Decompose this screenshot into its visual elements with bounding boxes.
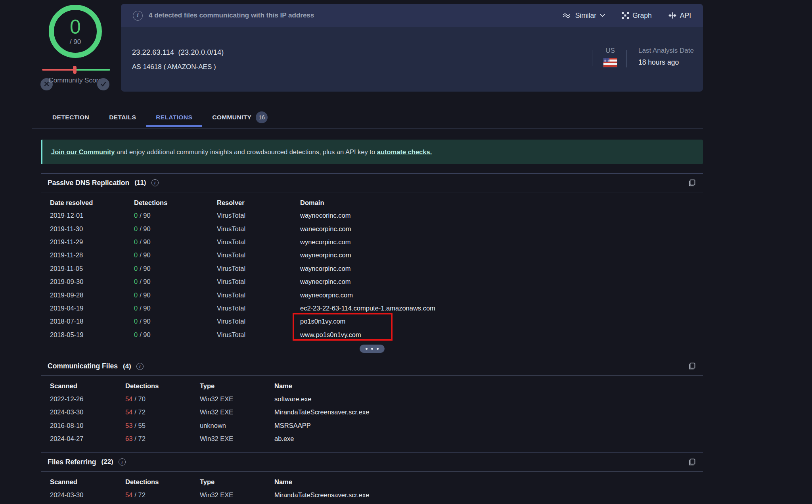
domain-cell[interactable]: waynecorpnc.com — [300, 291, 703, 299]
score-denominator: / 90 — [70, 38, 81, 46]
date-resolved-cell: 2019-11-29 — [50, 238, 134, 246]
copy-icon[interactable] — [687, 458, 696, 467]
tab-detection[interactable]: DETECTION — [42, 109, 99, 127]
name-cell[interactable]: MirandaTateScreensaver.scr.exe — [274, 491, 703, 499]
alert-bar: i 4 detected files communicating with th… — [121, 4, 703, 27]
table-row: 2019-11-28 0/ 90 VirusTotal wayneorpinc.… — [41, 249, 703, 262]
date-resolved-cell: 2019-12-01 — [50, 212, 134, 219]
type-cell: Win32 EXE — [200, 395, 274, 403]
info-icon: i — [133, 11, 143, 21]
type-cell: Win32 EXE — [200, 408, 274, 416]
table-row: 2019-11-30 0/ 90 VirusTotal wanecorpinc.… — [41, 222, 703, 235]
table-row: 2019-09-28 0/ 90 VirusTotal waynecorpnc.… — [41, 288, 703, 301]
copy-icon[interactable] — [687, 178, 696, 188]
ip-network: (23.20.0.0/14) — [178, 48, 224, 56]
name-cell[interactable]: MirandaTateScreensaver.scr.exe — [274, 408, 703, 416]
relations-sections: Passive DNS Replication (11) i Date reso… — [41, 173, 703, 502]
detections-cell: 0/ 90 — [134, 331, 217, 339]
files-referring-table: Scanned Detections Type Name 2024-03-30 … — [41, 471, 703, 501]
name-cell[interactable]: ab.exe — [274, 435, 703, 443]
type-cell: Win32 EXE — [200, 491, 274, 499]
detections-cell: 0/ 90 — [134, 318, 217, 325]
last-analysis-label: Last Analysis Date — [638, 47, 694, 55]
tab-community[interactable]: COMMUNITY 16 — [202, 109, 278, 127]
table-row: 2019-11-05 0/ 90 VirusTotal wayncorpinc.… — [41, 262, 703, 275]
detections-cell: 0/ 90 — [134, 225, 217, 233]
join-community-link[interactable]: Join our Community — [51, 148, 115, 155]
table-row: 2024-03-30 54/ 72 Win32 EXE MirandaTateS… — [41, 488, 703, 501]
date-resolved-cell: 2019-09-30 — [50, 278, 134, 286]
communicating-files-rows: 2022-12-26 54/ 70 Win32 EXE software.exe… — [41, 393, 703, 446]
virustotal-ip-report-page: 0 / 90 Community Score i 4 detected file… — [0, 0, 812, 504]
resolver-cell: VirusTotal — [217, 265, 300, 272]
table-row: 2019-11-29 0/ 90 VirusTotal wynecorpinc.… — [41, 236, 703, 249]
resolver-cell: VirusTotal — [217, 291, 300, 299]
detections-cell: 63/ 72 — [125, 435, 200, 443]
automate-checks-link[interactable]: automate checks. — [377, 148, 432, 155]
domain-cell[interactable]: wynecorpinc.com — [300, 238, 703, 246]
resolver-cell: VirusTotal — [217, 318, 300, 325]
domain-cell[interactable]: www.po1s0n1vy.com — [300, 331, 703, 339]
domain-cell[interactable]: waynecorinc.com — [300, 212, 703, 219]
scanned-cell: 2016-08-10 — [50, 422, 125, 429]
asn-line: AS 14618 ( AMAZON-AES ) — [132, 63, 216, 71]
similar-icon — [563, 13, 572, 18]
detections-cell: 0/ 90 — [134, 305, 217, 312]
domain-cell[interactable]: wayneorpinc.com — [300, 251, 703, 259]
resolver-cell: VirusTotal — [217, 305, 300, 312]
ip-address[interactable]: 23.22.63.114 — [132, 48, 174, 56]
country-code: US — [596, 47, 624, 55]
check-icon — [101, 81, 106, 88]
section-title: Communicating Files — [48, 362, 118, 370]
copy-icon[interactable] — [687, 362, 696, 371]
show-more-button[interactable] — [360, 345, 385, 353]
domain-cell[interactable]: wanecorpinc.com — [300, 225, 703, 233]
ip-summary-body: 23.22.63.114 (23.20.0.0/14) AS 14618 ( A… — [121, 27, 703, 92]
detections-cell: 0/ 90 — [134, 278, 217, 286]
communicating-files-header: Communicating Files (4) i — [41, 357, 703, 376]
graph-icon — [622, 12, 629, 19]
similar-button[interactable]: Similar — [563, 11, 605, 20]
domain-cell[interactable]: wayncorpinc.com — [300, 265, 703, 272]
api-button[interactable]: API — [668, 11, 691, 20]
domain-cell[interactable]: ec2-23-22-63-114.compute-1.amazonaws.com — [300, 305, 703, 312]
scanned-cell: 2024-03-30 — [50, 408, 125, 416]
info-icon[interactable]: i — [119, 458, 126, 466]
tab-details[interactable]: DETAILS — [99, 109, 146, 127]
info-icon[interactable]: i — [151, 179, 159, 186]
table-header-row: Scanned Detections Type Name — [41, 475, 703, 488]
detections-cell: 54/ 72 — [125, 408, 200, 416]
table-row: 2018-07-18 0/ 90 VirusTotal po1s0n1vy.co… — [41, 315, 703, 328]
resolver-cell: VirusTotal — [217, 278, 300, 286]
name-cell[interactable]: MSRSAAPP — [274, 422, 703, 429]
ip-summary-panel: i 4 detected files communicating with th… — [121, 4, 703, 92]
name-cell[interactable]: software.exe — [274, 395, 703, 403]
divider — [592, 50, 592, 66]
table-header-row: Date resolved Detections Resolver Domain — [41, 196, 703, 209]
community-count-badge: 16 — [256, 111, 268, 123]
info-icon[interactable]: i — [136, 363, 144, 370]
detections-cell: 54/ 70 — [125, 395, 200, 403]
section-count: (22) — [102, 458, 113, 466]
detections-cell: 0/ 90 — [134, 212, 217, 219]
files-referring-header: Files Referring (22) i — [41, 452, 703, 471]
section-count: (11) — [134, 179, 146, 187]
date-resolved-cell: 2018-07-18 — [50, 318, 134, 325]
passive-dns-rows: 2019-12-01 0/ 90 VirusTotal waynecorinc.… — [41, 209, 703, 341]
community-score-slider[interactable] — [42, 69, 110, 71]
date-resolved-cell: 2019-11-28 — [50, 251, 134, 259]
graph-button[interactable]: Graph — [622, 11, 652, 20]
detections-cell: 0/ 90 — [134, 265, 217, 272]
tab-relations[interactable]: RELATIONS — [146, 109, 202, 127]
table-header-row: Scanned Detections Type Name — [41, 380, 703, 393]
chevron-down-icon — [600, 14, 605, 17]
domain-cell[interactable]: waynecrpinc.com — [300, 278, 703, 286]
table-row: 2016-08-10 53/ 55 unknown MSRSAAPP — [41, 419, 703, 432]
community-score-handle[interactable] — [73, 66, 77, 74]
vote-harmless-button[interactable] — [97, 78, 109, 90]
domain-cell[interactable]: po1s0n1vy.com — [300, 318, 703, 325]
table-row: 2024-03-30 54/ 72 Win32 EXE MirandaTateS… — [41, 406, 703, 419]
scanned-cell: 2022-12-26 — [50, 395, 125, 403]
table-row: 2019-09-30 0/ 90 VirusTotal waynecrpinc.… — [41, 275, 703, 288]
resolver-cell: VirusTotal — [217, 225, 300, 233]
